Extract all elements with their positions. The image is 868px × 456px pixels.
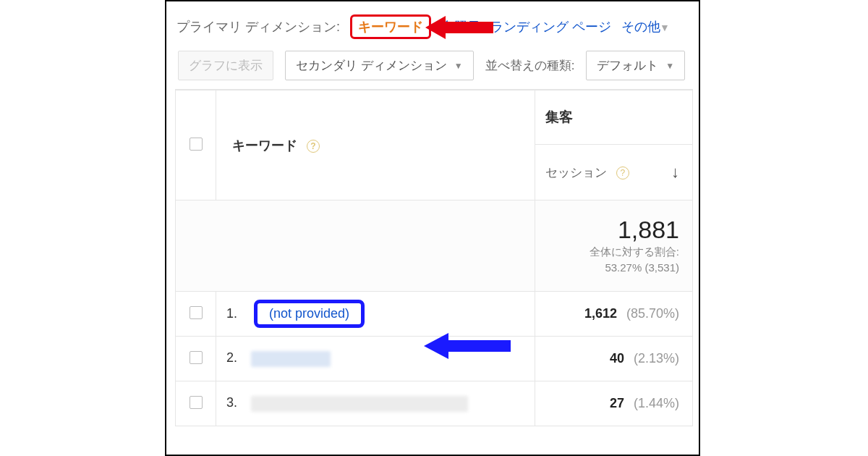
toolbar: グラフに表示 セカンダリ ディメンション ▼ 並べ替えの種類: デフォルト ▼ bbox=[175, 42, 693, 90]
sessions-pct: (85.70%) bbox=[626, 306, 679, 321]
column-header-keyword-text: キーワード bbox=[232, 138, 297, 153]
sort-type-label: 並べ替えの種類: bbox=[485, 57, 575, 74]
row-number: 1. bbox=[226, 306, 237, 321]
table-row: 2. 40 (2.13%) bbox=[176, 337, 693, 381]
redacted-keyword bbox=[251, 351, 331, 367]
checkbox-cell bbox=[176, 292, 216, 337]
row-checkbox[interactable] bbox=[190, 396, 203, 409]
annotation-red-box: キーワード bbox=[350, 14, 431, 39]
column-header-keyword[interactable]: キーワード ? bbox=[216, 90, 535, 200]
help-icon[interactable]: ? bbox=[616, 166, 629, 180]
checkbox-cell bbox=[176, 337, 216, 381]
primary-dimension-label: プライマリ ディメンション: bbox=[176, 18, 340, 35]
table-row: 3. 27 (1.44%) bbox=[176, 381, 693, 426]
dimension-tab-landing[interactable]: ランディング ページ bbox=[490, 18, 611, 35]
summary-subtext2: 53.27% (3,531) bbox=[605, 261, 679, 274]
graph-button: グラフに表示 bbox=[178, 51, 273, 80]
secondary-dimension-label: セカンダリ ディメンション bbox=[296, 57, 447, 74]
dimension-tab-source[interactable]: 参照元 bbox=[441, 18, 480, 35]
table-row: 1. (not provided) 1,612 (85.70%) bbox=[176, 292, 693, 337]
sort-type-value: デフォルト bbox=[597, 57, 658, 74]
redacted-keyword bbox=[251, 396, 468, 412]
primary-dimension-row: プライマリ ディメンション: キーワード 参照元 ランディング ページ その他 … bbox=[175, 9, 693, 42]
annotation-blue-box: (not provided) bbox=[254, 300, 365, 328]
help-icon[interactable]: ? bbox=[307, 140, 320, 153]
row-number: 2. bbox=[226, 350, 237, 365]
sessions-pct: (2.13%) bbox=[634, 351, 679, 366]
keyword-cell: 3. bbox=[216, 381, 535, 426]
row-number: 3. bbox=[226, 395, 237, 410]
checkbox-all-cell bbox=[176, 90, 216, 200]
sort-descending-icon: ↓ bbox=[671, 163, 679, 182]
sessions-value: 27 bbox=[610, 396, 624, 410]
keyword-link[interactable]: (not provided) bbox=[269, 306, 349, 321]
sessions-value: 1,612 bbox=[584, 306, 617, 321]
summary-sessions-cell: 1,881 全体に対する割合: 53.27% (3,531) bbox=[535, 200, 693, 292]
dimension-tab-other[interactable]: その他 bbox=[621, 20, 660, 34]
sessions-value: 40 bbox=[610, 351, 624, 366]
sessions-cell: 1,612 (85.70%) bbox=[535, 292, 693, 337]
keyword-cell: 1. (not provided) bbox=[216, 292, 535, 337]
summary-total: 1,881 bbox=[548, 216, 679, 244]
row-checkbox[interactable] bbox=[190, 306, 203, 319]
keyword-cell: 2. bbox=[216, 337, 535, 381]
row-checkbox[interactable] bbox=[190, 351, 203, 364]
sessions-cell: 40 (2.13%) bbox=[535, 337, 693, 381]
data-table: キーワード ? 集客 セッション ? ↓ 1,881 全体に対する割合: 53.… bbox=[175, 90, 693, 426]
dimension-tab-keyword[interactable]: キーワード bbox=[358, 20, 423, 34]
sessions-cell: 27 (1.44%) bbox=[535, 381, 693, 426]
chevron-down-icon: ▼ bbox=[660, 22, 670, 33]
column-header-sessions[interactable]: セッション ? ↓ bbox=[535, 145, 693, 200]
secondary-dimension-dropdown[interactable]: セカンダリ ディメンション ▼ bbox=[285, 51, 474, 80]
select-all-checkbox[interactable] bbox=[190, 138, 203, 151]
summary-subtext1: 全体に対する割合: bbox=[590, 245, 679, 258]
chevron-down-icon: ▼ bbox=[454, 61, 463, 71]
sessions-pct: (1.44%) bbox=[634, 396, 679, 410]
sort-type-dropdown[interactable]: デフォルト ▼ bbox=[586, 51, 685, 80]
summary-empty-cell bbox=[176, 200, 535, 292]
column-header-sessions-text: セッション bbox=[545, 166, 607, 180]
chevron-down-icon: ▼ bbox=[665, 61, 674, 71]
column-group-acquisition: 集客 bbox=[535, 90, 693, 145]
checkbox-cell bbox=[176, 381, 216, 426]
